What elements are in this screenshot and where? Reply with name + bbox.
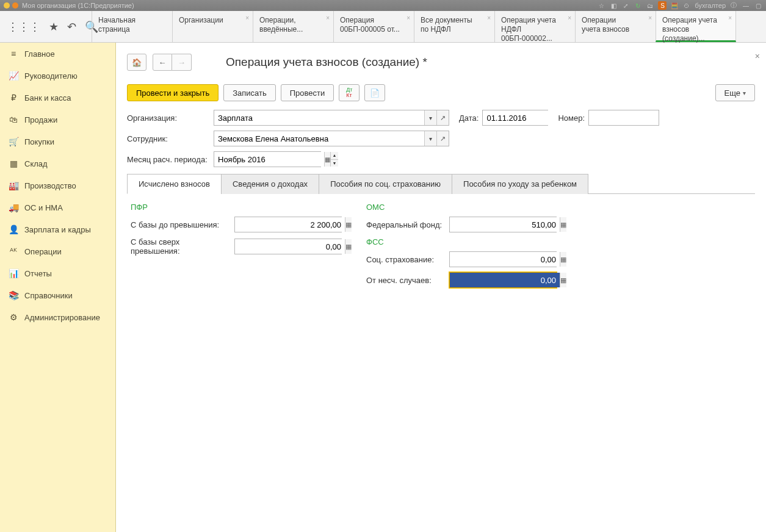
sidebar-icon: ₽	[9, 93, 18, 102]
fss-soc-field[interactable]: ▦	[449, 251, 557, 267]
write-button[interactable]: Записать	[223, 84, 276, 101]
pfr-basebefore-input[interactable]	[235, 217, 345, 232]
oms-fed-field[interactable]: ▦	[449, 217, 557, 232]
calculator-icon[interactable]: ▦	[560, 217, 566, 232]
tab-label: Организации	[179, 16, 247, 25]
app-tab[interactable]: ×Операция учетаНДФЛ 00БП-000002...	[494, 11, 575, 42]
post-and-close-button[interactable]: Провести и закрыть	[127, 84, 219, 101]
period-field[interactable]: ▦ ▲ ▼	[214, 151, 321, 167]
dtkt-button[interactable]: ДтКт	[339, 84, 360, 101]
close-icon[interactable]: ×	[326, 15, 330, 23]
spin-up-icon[interactable]: ▲	[331, 152, 338, 160]
app-tab[interactable]: Начальнаястраница	[92, 11, 172, 42]
app-tab[interactable]: ×Организации	[172, 11, 253, 42]
post-button[interactable]: Провести	[281, 84, 334, 101]
pfr-baseover-label: С базы сверх превышения:	[131, 237, 231, 256]
app-tab[interactable]: ×Операция учетавзносов (создание)...	[656, 11, 736, 42]
popout-icon[interactable]: ↗	[436, 110, 449, 125]
help-icon[interactable]: ⓘ	[729, 1, 738, 10]
tab-label: по НДФЛ	[421, 25, 488, 34]
toolbar-icon[interactable]: 🧮	[670, 1, 679, 10]
number-input[interactable]	[588, 110, 659, 126]
sidebar-item[interactable]: 🚚ОС и НМА	[0, 196, 115, 218]
page-title: Операция учета взносов (создание) *	[226, 56, 427, 69]
close-icon[interactable]: ×	[568, 15, 571, 23]
calculator-icon[interactable]: ▦	[560, 252, 566, 267]
org-field[interactable]: ▾ ↗	[214, 110, 449, 126]
content-tab[interactable]: Сведения о доходах	[221, 174, 319, 194]
app-tab[interactable]: ×Операции,введённые...	[253, 11, 333, 42]
content-area: × 🏠 ← → Операция учета взносов (создание…	[116, 43, 766, 532]
pfr-basebefore-field[interactable]: ▦	[234, 217, 342, 232]
sidebar-icon: 👤	[9, 225, 18, 234]
org-label: Организация:	[127, 113, 210, 123]
oms-fed-input[interactable]	[450, 217, 560, 232]
content-tab[interactable]: Пособия по уходу за ребенком	[452, 174, 588, 194]
sidebar-item[interactable]: ⚙Администрирование	[0, 306, 115, 328]
sidebar-icon: ⚙	[9, 312, 18, 322]
calculator-icon[interactable]: ▦	[345, 239, 352, 254]
fss-acc-field[interactable]: ▦	[449, 272, 557, 288]
calculator-icon[interactable]: ▦	[345, 217, 352, 232]
content-tab[interactable]: Исчислено взносов	[127, 174, 222, 194]
calculator-icon[interactable]: ▦	[560, 273, 566, 287]
app-tab[interactable]: ×Операция00БП-000005 от...	[333, 11, 414, 42]
sidebar-item[interactable]: 🛒Покупки	[0, 131, 115, 153]
sidebar-item[interactable]: 📚Справочники	[0, 284, 115, 306]
close-icon[interactable]: ×	[728, 15, 732, 23]
toolbar-icon[interactable]: S	[658, 1, 667, 10]
sidebar-item[interactable]: 📊Отчеты	[0, 262, 115, 284]
period-input[interactable]	[214, 152, 324, 167]
employee-input[interactable]	[214, 131, 424, 146]
close-icon[interactable]: ×	[755, 51, 760, 61]
dropdown-icon[interactable]: ▾	[424, 131, 436, 146]
sidebar-item-label: Зарплата и кадры	[24, 225, 91, 234]
sidebar-icon: 📊	[9, 268, 18, 278]
close-icon[interactable]: ×	[245, 15, 249, 23]
favorite-icon[interactable]: ★	[49, 20, 59, 34]
sidebar-item[interactable]: 🛍Продажи	[0, 109, 115, 131]
forward-button[interactable]: →	[172, 54, 192, 71]
dropdown-icon[interactable]: ▾	[424, 110, 436, 125]
back-button[interactable]: ←	[153, 54, 172, 71]
toolbar-icon[interactable]: 🗂	[646, 1, 654, 10]
sidebar-item[interactable]: 👤Зарплата и кадры	[0, 218, 115, 240]
org-input[interactable]	[214, 110, 424, 125]
toolbar-icon[interactable]: ⏲	[682, 1, 691, 10]
sidebar-item[interactable]: ≡Главное	[0, 43, 115, 65]
sidebar-item[interactable]: ᴬᴷОперации	[0, 240, 115, 262]
toolbar-icon[interactable]: ⤢	[621, 1, 630, 10]
date-field[interactable]: ▦	[482, 110, 548, 126]
minimize-icon[interactable]: —	[742, 1, 750, 10]
popout-icon[interactable]: ↗	[436, 131, 449, 146]
toolbar-icon[interactable]: ↻	[634, 1, 642, 10]
app-tab[interactable]: ×Все документыпо НДФЛ	[414, 11, 494, 42]
home-button[interactable]: 🏠	[127, 54, 146, 71]
close-icon[interactable]: ×	[406, 15, 410, 23]
pfr-baseover-field[interactable]: ▦	[234, 239, 342, 254]
content-tab[interactable]: Пособия по соц. страхованию	[319, 174, 452, 194]
sidebar-item-label: Производство	[24, 181, 76, 190]
more-button[interactable]: Еще	[715, 84, 755, 101]
pfr-group-title: ПФР	[131, 203, 342, 212]
sidebar-item[interactable]: ▦Склад	[0, 153, 115, 174]
sidebar-item[interactable]: 📈Руководителю	[0, 65, 115, 87]
toolbar-icon[interactable]: ◧	[609, 1, 618, 10]
sidebar-item[interactable]: ₽Банк и касса	[0, 87, 115, 109]
sidebar-icon: 🚚	[9, 203, 18, 212]
sidebar-item[interactable]: 🏭Производство	[0, 174, 115, 196]
close-icon[interactable]: ×	[648, 15, 652, 23]
pfr-baseover-input[interactable]	[235, 239, 345, 254]
apps-icon[interactable]: ⋮⋮⋮	[7, 20, 40, 34]
document-button[interactable]: 📄	[364, 84, 385, 101]
calendar-icon[interactable]: ▦	[324, 152, 330, 167]
toolbar-icon[interactable]: ☆	[597, 1, 605, 10]
maximize-icon[interactable]: ▢	[754, 1, 762, 10]
history-icon[interactable]: ↶	[67, 20, 76, 34]
close-icon[interactable]: ×	[487, 15, 491, 23]
fss-acc-input[interactable]	[450, 273, 560, 287]
fss-soc-input[interactable]	[450, 252, 560, 267]
app-tab[interactable]: ×Операцииучета взносов	[575, 11, 656, 42]
employee-field[interactable]: ▾ ↗	[214, 131, 449, 146]
spin-down-icon[interactable]: ▼	[331, 160, 338, 167]
